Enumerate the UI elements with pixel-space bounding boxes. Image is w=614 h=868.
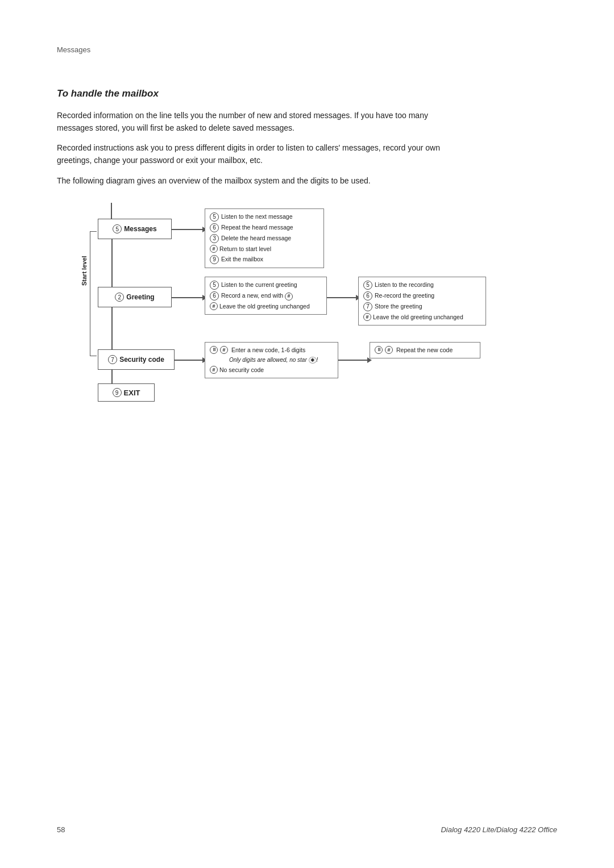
msg-num-5: 5 xyxy=(210,212,219,222)
exit-box: 9 EXIT xyxy=(98,383,155,402)
greet2-info-1: 5 Listen to the recording xyxy=(363,281,481,290)
greet2-num-5: 5 xyxy=(363,281,372,290)
sec-info-italic: Only digits are allowed, no star ✱! xyxy=(210,356,333,364)
v-line-2 xyxy=(111,307,113,349)
security-arrow xyxy=(175,360,203,361)
messages-info-box: 5 Listen to the next message 6 Repeat th… xyxy=(205,208,324,268)
sec2-info-1: ⠿ # Repeat the new code xyxy=(375,346,475,354)
greet2-info-3: 7 Store the greeting xyxy=(363,302,481,311)
security-arrow2 xyxy=(338,360,368,361)
msg-num-3: 3 xyxy=(210,234,219,243)
v-line-1 xyxy=(111,239,113,287)
greeting-info-box2: 5 Listen to the recording 6 Re-record th… xyxy=(358,277,486,326)
page: Messages To handle the mailbox Recorded … xyxy=(0,0,614,868)
security-num: 7 xyxy=(108,355,117,364)
section-label: Messages xyxy=(57,45,557,54)
footer: 58 Dialog 4220 Lite/Dialog 4222 Office xyxy=(57,825,557,834)
exit-label: EXIT xyxy=(124,389,140,397)
sec2-grid-icon: ⠿ # xyxy=(375,346,395,354)
paragraph-2: Recorded instructions ask you to press d… xyxy=(57,142,443,166)
greet2-info-4: # Leave the old greeting unchanged xyxy=(363,313,481,322)
msg-num-6: 6 xyxy=(210,223,219,232)
greet-info-1: 5 Listen to the current greeting xyxy=(210,281,322,290)
top-arrow-icon xyxy=(111,203,112,220)
greet2-hash-icon: # xyxy=(363,313,371,321)
messages-arrow xyxy=(172,229,203,230)
sec-info-2: # No security code xyxy=(210,366,333,374)
greet-num-6: 6 xyxy=(210,291,219,301)
greet2-num-6: 6 xyxy=(363,291,372,301)
messages-num: 5 xyxy=(113,224,122,233)
greeting-arrow2 xyxy=(327,297,356,298)
diagram: Start level 5 Messages 5 Listen to the n… xyxy=(68,203,534,407)
greeting-box: 2 Greeting xyxy=(98,287,172,307)
security-box: 7 Security code xyxy=(98,349,175,370)
v-line-3 xyxy=(111,370,113,383)
section-title: To handle the mailbox xyxy=(57,88,557,99)
footer-page-number: 58 xyxy=(57,825,65,834)
security-label: Security code xyxy=(119,356,164,364)
greeting-info-box: 5 Listen to the current greeting 6 Recor… xyxy=(205,277,327,315)
security-info-box: ⠿ # Enter a new code, 1-6 digits Only di… xyxy=(205,342,338,378)
greeting-arrow xyxy=(172,297,203,298)
greet-num-5: 5 xyxy=(210,281,219,290)
msg-info-3: 3 Delete the heard message xyxy=(210,234,319,243)
exit-num: 9 xyxy=(113,388,122,397)
footer-title: Dialog 4220 Lite/Dialog 4222 Office xyxy=(441,825,557,834)
diagram-container: Start level 5 Messages 5 Listen to the n… xyxy=(68,203,534,407)
msg-info-4: # Return to start level xyxy=(210,245,319,253)
sec-info-1: ⠿ # Enter a new code, 1-6 digits xyxy=(210,346,333,354)
greet-info-2: 6 Record a new, end with # xyxy=(210,291,322,301)
messages-label: Messages xyxy=(124,225,156,233)
greet-hash2-icon: # xyxy=(210,302,218,310)
paragraph-3: The following diagram gives an overview … xyxy=(57,175,443,187)
greet-hash-icon: # xyxy=(285,293,293,301)
greet2-info-2: 6 Re-record the greeting xyxy=(363,291,481,301)
start-level-label: Start level xyxy=(81,237,89,305)
messages-box: 5 Messages xyxy=(98,219,172,239)
msg-hash-icon: # xyxy=(210,245,218,253)
msg-num-9: 9 xyxy=(210,255,219,264)
greeting-num: 2 xyxy=(115,293,124,302)
paragraph-1: Recorded information on the line tells y… xyxy=(57,110,443,134)
msg-info-1: 5 Listen to the next message xyxy=(210,212,319,222)
msg-info-5: 9 Exit the mailbox xyxy=(210,255,319,264)
greet2-num-7: 7 xyxy=(363,302,372,311)
greeting-label: Greeting xyxy=(126,293,154,301)
sec-hash-icon: # xyxy=(210,366,218,374)
security-info-box2: ⠿ # Repeat the new code xyxy=(370,342,480,358)
start-level-bracket xyxy=(90,231,97,356)
sec-grid-icon: ⠿ # xyxy=(210,346,230,354)
msg-info-2: 6 Repeat the heard message xyxy=(210,223,319,232)
greet-info-3: # Leave the old greeting unchanged xyxy=(210,302,322,311)
